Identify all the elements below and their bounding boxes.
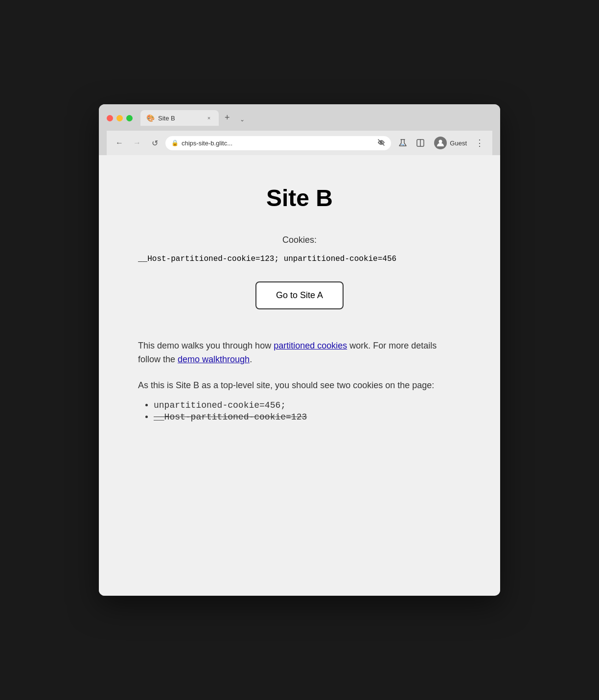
window-controls (107, 115, 133, 121)
tab-dropdown-button[interactable]: ⌄ (236, 114, 249, 125)
site-b-note: As this is Site B as a top-level site, y… (138, 378, 461, 393)
page-content: Site B Cookies: __Host-partitioned-cooki… (99, 155, 500, 596)
tab-favicon: 🎨 (146, 114, 154, 122)
back-button[interactable]: ← (113, 136, 126, 150)
svg-point-2 (403, 144, 404, 145)
title-bar-top: 🎨 Site B × + ⌄ (107, 110, 492, 126)
description-section: This demo walks you through how partitio… (138, 339, 461, 422)
profile-button[interactable]: Guest (430, 135, 471, 151)
cookie-value: __Host-partitioned-cookie=123; unpartiti… (138, 253, 461, 266)
minimize-window-button[interactable] (116, 115, 123, 121)
demo-walkthrough-link[interactable]: demo walkthrough (178, 354, 250, 364)
experiments-icon-button[interactable] (395, 135, 411, 151)
profile-name: Guest (450, 140, 467, 147)
cookies-label: Cookies: (138, 235, 461, 245)
svg-point-5 (439, 140, 442, 143)
cookie-list: unpartitioned-cookie=456; __Host-partiti… (138, 400, 461, 422)
close-window-button[interactable] (107, 115, 113, 121)
address-bar[interactable]: 🔒 chips-site-b.glitc... (165, 136, 391, 150)
title-bar: 🎨 Site B × + ⌄ ← → ↺ 🔒 chips-site-b.glit… (99, 104, 500, 155)
new-tab-button[interactable]: + (221, 111, 234, 125)
maximize-window-button[interactable] (126, 115, 133, 121)
description-text-1: This demo walks you through how partitio… (138, 339, 461, 367)
tracking-protection-icon (377, 139, 385, 148)
lock-icon: 🔒 (171, 140, 179, 146)
description-prefix: This demo walks you through how (138, 341, 274, 350)
list-item: unpartitioned-cookie=456; (154, 400, 461, 410)
browser-window: 🎨 Site B × + ⌄ ← → ↺ 🔒 chips-site-b.glit… (99, 104, 500, 596)
list-item: __Host-partitioned-cookie=123 (154, 412, 461, 422)
more-options-button[interactable]: ⋮ (473, 136, 486, 150)
reload-button[interactable]: ↺ (148, 136, 161, 150)
toolbar-icons: Guest ⋮ (395, 135, 486, 151)
nav-bar: ← → ↺ 🔒 chips-site-b.glitc... (107, 131, 492, 155)
forward-button[interactable]: → (130, 136, 144, 150)
tab-close-button[interactable]: × (205, 114, 213, 122)
address-text: chips-site-b.glitc... (182, 140, 374, 147)
tab-bar: 🎨 Site B × + ⌄ (140, 110, 249, 126)
description-end: . (250, 354, 252, 364)
go-to-site-a-button[interactable]: Go to Site A (255, 281, 344, 309)
split-view-icon-button[interactable] (413, 135, 428, 151)
tab-title: Site B (158, 115, 201, 122)
profile-avatar (434, 137, 447, 149)
active-tab[interactable]: 🎨 Site B × (140, 110, 219, 126)
svg-point-1 (401, 144, 402, 145)
partitioned-cookies-link[interactable]: partitioned cookies (274, 341, 347, 350)
page-title: Site B (138, 185, 461, 211)
